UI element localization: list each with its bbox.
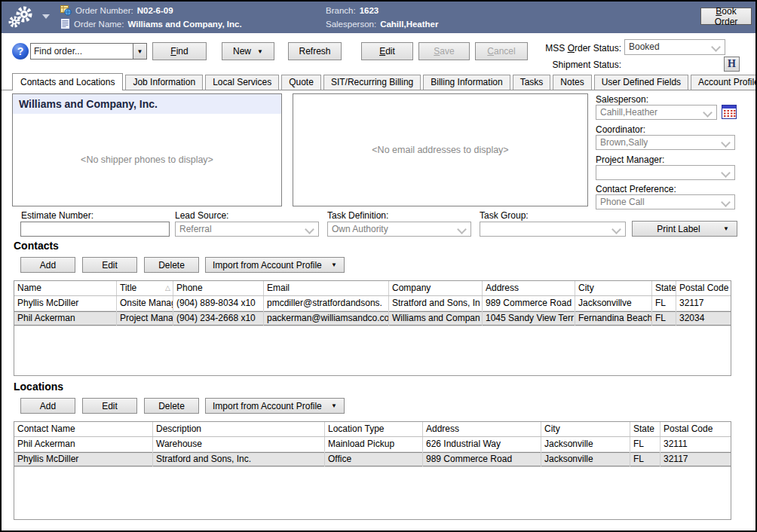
contacts-col-email[interactable]: Email (264, 281, 389, 295)
locations-table-header: Contact Name Description Location Type A… (14, 422, 731, 437)
contacts-col-name[interactable]: Name (14, 281, 117, 295)
contacts-import-dropdown-arrow-icon: ▼ (331, 261, 337, 268)
project-manager-label: Project Manager: (596, 154, 664, 165)
contacts-col-state[interactable]: State (652, 281, 676, 295)
book-order-button[interactable]: Book Order (700, 8, 752, 25)
coordinator-label: Coordinator: (596, 124, 645, 135)
mss-order-status-combobox[interactable]: Booked (624, 39, 725, 55)
app-menu-gears-icon[interactable] (8, 5, 36, 32)
salesperson-label: Salesperson: (596, 94, 648, 105)
contacts-add-button[interactable]: Add (20, 257, 75, 273)
print-label-button[interactable]: Print Label ▼ (632, 221, 737, 237)
contact-preference-combobox[interactable]: Phone Call (596, 194, 735, 209)
locations-row-phil-ackerman[interactable]: Phil Ackerman Warehouse Mainload Pickup … (14, 437, 731, 452)
salesperson-header-label: Salesperson: (326, 20, 376, 29)
tab-job-information[interactable]: Job Information (125, 75, 203, 90)
order-name-value: Williams and Company, Inc. (127, 20, 241, 29)
branch-value: 1623 (360, 6, 379, 15)
email-addresses-panel: <No email addresses to display> (293, 93, 588, 206)
locations-col-postal-code[interactable]: Postal Code (660, 422, 731, 436)
locations-col-description[interactable]: Description (153, 422, 325, 436)
locations-table: Contact Name Description Location Type A… (14, 421, 731, 520)
mss-order-status-label: MSS Order Status: (484, 43, 621, 54)
save-button[interactable]: Save (418, 42, 470, 60)
edit-button[interactable]: Edit (361, 42, 413, 60)
shipper-phones-panel: Williams and Company, Inc. <No shipper p… (12, 93, 282, 206)
mss-order-status-chevron-icon (711, 42, 721, 52)
contacts-col-company[interactable]: Company (389, 281, 483, 295)
project-manager-combobox[interactable] (596, 165, 735, 180)
contacts-row-phyllis-mcdiller[interactable]: Phyllis McDiller Onsite Manag (904) 889-… (14, 296, 731, 311)
locations-edit-button[interactable]: Edit (82, 398, 137, 414)
tab-user-defined-fields[interactable]: User Defined Fields (594, 75, 688, 90)
app-menu-caret-icon[interactable] (42, 14, 50, 19)
contacts-col-city[interactable]: City (575, 281, 652, 295)
order-name-label: Order Name: (74, 20, 124, 29)
task-group-combobox[interactable] (480, 222, 626, 237)
salesperson-value: Cahill,Heather (600, 107, 657, 118)
lead-source-combobox[interactable]: Referral (175, 222, 319, 237)
task-group-label: Task Group: (480, 210, 529, 221)
locations-col-state[interactable]: State (630, 422, 660, 436)
tab-billing-information[interactable]: Billing Information (423, 75, 510, 90)
task-definition-value: Own Authority (332, 224, 388, 234)
estimate-number-label: Estimate Number: (21, 210, 93, 221)
refresh-button[interactable]: Refresh (288, 42, 342, 60)
coordinator-chevron-icon (721, 138, 731, 148)
tab-local-services[interactable]: Local Services (205, 75, 279, 90)
contacts-import-button[interactable]: Import from Account Profile ▼ (205, 257, 345, 273)
locations-delete-button[interactable]: Delete (144, 398, 199, 414)
order-number-label: Order Number: (75, 6, 133, 15)
contact-preference-chevron-icon (721, 197, 731, 207)
contacts-table-header: Name Title△ Phone Email Company Address … (14, 281, 731, 296)
tab-sit-recurring-billing[interactable]: SIT/Recurring Billing (323, 75, 421, 90)
new-button[interactable]: New▼ (222, 42, 274, 60)
titlebar: Order Number: N02-6-09 Order Name: Willi… (2, 2, 755, 33)
no-shipper-phones-text: <No shipper phones to display> (13, 114, 281, 206)
tab-notes[interactable]: Notes (553, 75, 591, 90)
contact-preference-label: Contact Preference: (596, 184, 676, 194)
contacts-col-phone[interactable]: Phone (173, 281, 264, 295)
contacts-table: Name Title△ Phone Email Company Address … (14, 280, 731, 376)
tab-tasks[interactable]: Tasks (513, 75, 551, 90)
salesperson-chevron-icon (703, 108, 713, 118)
contacts-col-address[interactable]: Address (483, 281, 575, 295)
locations-add-button[interactable]: Add (20, 398, 75, 414)
locations-col-address[interactable]: Address (423, 422, 541, 436)
salesperson-header-value: Cahill,Heather (380, 20, 438, 29)
contacts-delete-button[interactable]: Delete (144, 257, 199, 273)
find-order-value: Find order... (34, 46, 82, 57)
tab-account-profile[interactable]: Account Profile (691, 75, 757, 90)
locations-col-contact-name[interactable]: Contact Name (14, 422, 153, 436)
locations-row-phyllis-mcdiller[interactable]: Phyllis McDiller Stratford and Sons, Inc… (14, 452, 731, 467)
shipment-history-button[interactable]: H (724, 57, 740, 72)
task-definition-combobox[interactable]: Own Authority (327, 222, 471, 237)
contacts-col-title[interactable]: Title△ (117, 281, 173, 295)
locations-col-location-type[interactable]: Location Type (325, 422, 423, 436)
lead-source-chevron-icon (305, 225, 314, 234)
lead-source-value: Referral (179, 224, 212, 234)
coordinator-combobox[interactable]: Brown,Sally (596, 135, 735, 150)
estimate-number-input[interactable] (20, 222, 170, 237)
mss-order-status-value: Booked (629, 41, 660, 52)
lead-source-label: Lead Source: (175, 210, 228, 221)
find-button[interactable]: Find (152, 42, 207, 60)
find-order-combobox[interactable]: Find order... ▼ (30, 43, 147, 60)
order-name-icon (60, 18, 70, 31)
contacts-row-phil-ackerman[interactable]: Phil Ackerman Project Manag (904) 234-26… (14, 311, 731, 326)
help-icon[interactable]: ? (12, 43, 29, 60)
locations-import-dropdown-arrow-icon: ▼ (331, 402, 337, 409)
find-order-dropdown-icon[interactable]: ▼ (133, 44, 146, 59)
coordinator-value: Brown,Sally (600, 137, 648, 148)
print-label-dropdown-arrow-icon: ▼ (723, 225, 729, 232)
locations-col-city[interactable]: City (541, 422, 630, 436)
salesperson-calendar-icon[interactable] (722, 105, 737, 122)
tab-contacts-and-locations[interactable]: Contacts and Locations (12, 73, 123, 90)
locations-import-button[interactable]: Import from Account Profile ▼ (205, 398, 345, 414)
sort-ascending-icon: △ (165, 281, 170, 295)
contacts-edit-button[interactable]: Edit (82, 257, 137, 273)
tab-quote[interactable]: Quote (281, 75, 321, 90)
task-definition-label: Task Definition: (327, 210, 388, 221)
contacts-col-postal-code[interactable]: Postal Code (676, 281, 731, 295)
salesperson-combobox[interactable]: Cahill,Heather (596, 105, 717, 120)
